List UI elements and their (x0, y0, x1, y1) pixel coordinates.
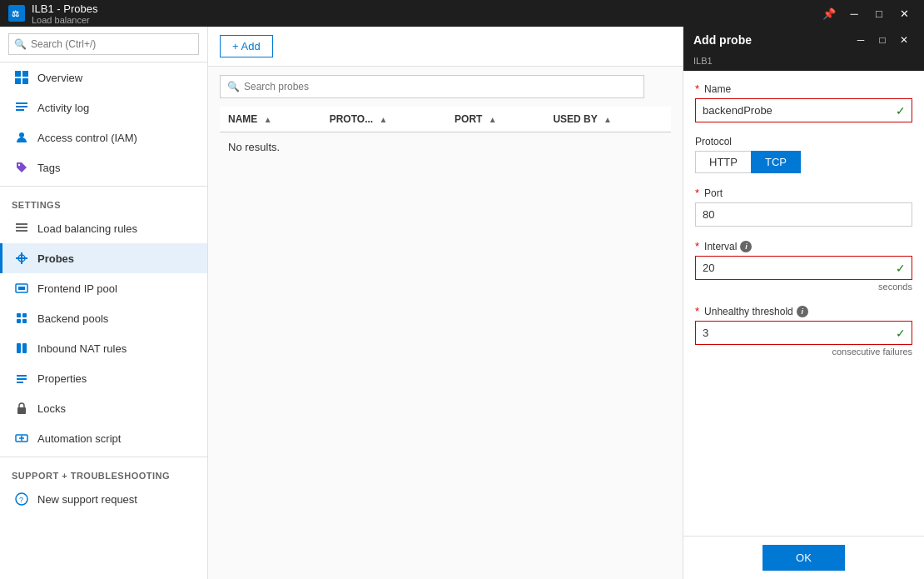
unhealthy-hint: consecutive failures (695, 347, 912, 357)
maximize-button[interactable]: □ (867, 2, 891, 25)
right-panel-title-bar: Add probe ─ □ ✕ (683, 27, 924, 53)
col-name[interactable]: NAME ▲ (220, 107, 321, 132)
protocol-tcp-button[interactable]: TCP (751, 151, 801, 173)
svg-rect-13 (16, 230, 27, 232)
svg-rect-24 (17, 378, 27, 380)
sidebar-item-automation-label: Automation script (37, 432, 121, 445)
sidebar-item-iam-label: Access control (IAM) (37, 132, 137, 144)
port-label: * Port (695, 187, 912, 199)
sidebar-item-backend-pools[interactable]: Backend pools (0, 303, 207, 333)
sidebar-divider-1 (0, 186, 207, 187)
panel-minimize-button[interactable]: ─ (851, 30, 871, 50)
panel-close-button[interactable]: ✕ (894, 30, 914, 50)
right-panel: Add probe ─ □ ✕ ILB1 * Name ✓ (683, 27, 924, 579)
sidebar-item-support-label: New support request (37, 493, 137, 506)
sidebar-item-activity-log[interactable]: Activity log (0, 92, 207, 122)
svg-rect-8 (16, 109, 24, 111)
unhealthy-info-icon[interactable]: i (797, 306, 808, 317)
nat-icon (14, 341, 29, 356)
unhealthy-input[interactable] (695, 321, 912, 345)
name-input-wrap: ✓ (695, 98, 912, 122)
form-group-interval: * Interval i ✓ seconds (695, 240, 912, 292)
interval-input[interactable] (695, 256, 912, 280)
sidebar-item-properties-label: Properties (37, 372, 87, 385)
sidebar-item-locks-label: Locks (37, 402, 66, 415)
sidebar-item-frontend-ip[interactable]: Frontend IP pool (0, 273, 207, 303)
sort-arrow-port: ▲ (489, 115, 497, 124)
protocol-label: Protocol (695, 136, 912, 147)
sidebar-search-input[interactable] (8, 33, 199, 55)
svg-rect-23 (17, 375, 27, 377)
form-group-port: * Port (695, 187, 912, 227)
svg-rect-11 (16, 223, 27, 225)
table-search-icon: 🔍 (227, 81, 240, 92)
svg-text:?: ? (19, 496, 23, 504)
frontend-icon (14, 281, 29, 296)
support-section-label: SUPPORT + TROUBLESHOOTING (0, 461, 207, 484)
form-group-unhealthy: * Unhealthy threshold i ✓ consecutive fa… (695, 305, 912, 357)
protocol-http-button[interactable]: HTTP (695, 151, 751, 173)
sidebar-item-tags[interactable]: Tags (0, 152, 207, 182)
pin-button[interactable]: 📌 (817, 2, 841, 25)
sidebar-item-lb-rules[interactable]: Load balancing rules (0, 213, 207, 243)
sidebar-item-inbound-nat[interactable]: Inbound NAT rules (0, 333, 207, 363)
unhealthy-required-star: * (695, 305, 699, 317)
sidebar-search-wrap: 🔍 (8, 33, 199, 55)
svg-rect-5 (22, 78, 28, 84)
probes-icon (14, 251, 29, 266)
col-port[interactable]: PORT ▲ (446, 107, 544, 132)
interval-info-icon[interactable]: i (740, 241, 752, 252)
activity-log-icon (14, 100, 29, 115)
sidebar-item-probes-label: Probes (37, 252, 74, 265)
sidebar-nav: Overview Activity log Access control (IA… (0, 62, 207, 579)
minimize-button[interactable]: ─ (842, 2, 866, 25)
close-button[interactable]: ✕ (892, 2, 916, 25)
main-content: + Add 🔍 NAME ▲ PROTO... ▲ (208, 27, 683, 579)
svg-text:⚖: ⚖ (12, 9, 19, 18)
svg-rect-25 (17, 382, 23, 383)
sidebar-item-iam[interactable]: Access control (IAM) (0, 122, 207, 152)
table-header: NAME ▲ PROTO... ▲ PORT ▲ USED BY (220, 107, 671, 132)
sort-arrow-usedby: ▲ (604, 115, 612, 124)
lb-rules-icon (14, 221, 29, 236)
table-search-wrap: 🔍 (220, 75, 671, 98)
col-protocol[interactable]: PROTO... ▲ (321, 107, 446, 132)
table-search-input[interactable] (220, 75, 644, 98)
sidebar-item-automation[interactable]: Automation script (0, 423, 207, 453)
interval-hint: seconds (695, 282, 912, 292)
title-bar-text-wrap: ILB1 - Probes Load balancer (32, 2, 98, 25)
sort-arrow-proto: ▲ (380, 115, 388, 124)
automation-icon (14, 431, 29, 446)
svg-rect-2 (15, 71, 21, 77)
svg-rect-4 (15, 78, 21, 84)
unhealthy-label: * Unhealthy threshold i (695, 305, 912, 317)
sidebar-item-probes[interactable]: Probes (0, 243, 207, 273)
add-button[interactable]: + Add (220, 35, 273, 57)
backend-icon (14, 311, 29, 326)
locks-icon (14, 401, 29, 416)
name-check-icon: ✓ (896, 104, 906, 117)
protocol-toggle: HTTP TCP (695, 151, 912, 173)
sidebar-item-locks[interactable]: Locks (0, 393, 207, 423)
port-input[interactable] (695, 202, 912, 227)
svg-rect-3 (22, 71, 28, 77)
ok-button[interactable]: OK (763, 545, 845, 571)
unhealthy-check-icon: ✓ (896, 327, 906, 340)
iam-icon (14, 130, 29, 145)
sidebar-item-properties[interactable]: Properties (0, 363, 207, 393)
panel-maximize-button[interactable]: □ (872, 30, 892, 50)
col-used-by[interactable]: USED BY ▲ (544, 107, 671, 132)
svg-rect-12 (16, 227, 27, 228)
settings-section-label: SETTINGS (0, 190, 207, 213)
window-title: ILB1 - Probes (32, 2, 98, 15)
svg-rect-16 (18, 287, 25, 290)
interval-required-star: * (695, 240, 699, 252)
title-bar-controls: 📌 ─ □ ✕ (817, 2, 916, 25)
sidebar-item-overview[interactable]: Overview (0, 62, 207, 92)
form-group-protocol: Protocol HTTP TCP (695, 136, 912, 173)
panel-footer: OK (683, 536, 924, 579)
no-results-cell: No results. (220, 132, 671, 162)
svg-rect-6 (16, 102, 27, 104)
sidebar-item-support[interactable]: ? New support request (0, 484, 207, 514)
name-input[interactable] (695, 98, 912, 122)
